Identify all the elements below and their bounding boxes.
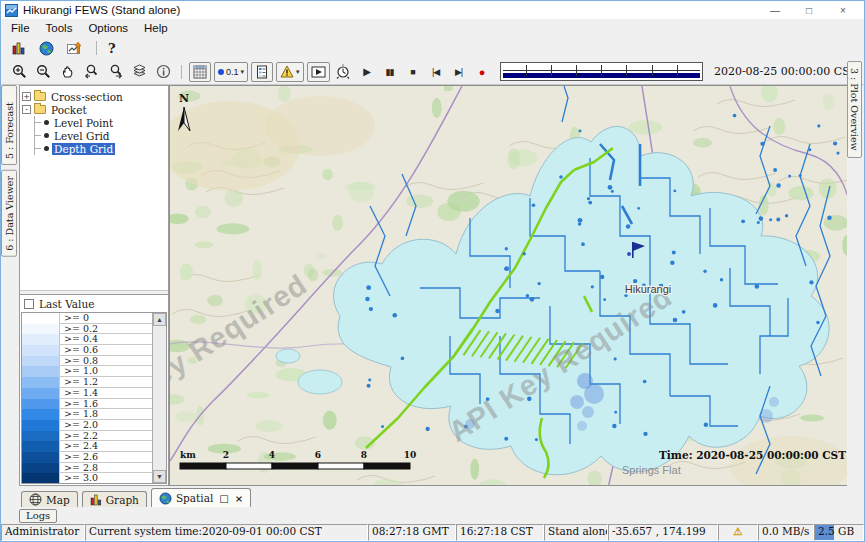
legend-color-swatch — [22, 366, 60, 377]
tree-leaf-level-grid[interactable]: Level Grid — [35, 129, 166, 142]
pan-hand-icon — [60, 64, 75, 79]
movie-export-button[interactable] — [307, 62, 330, 82]
step-back-button[interactable]: |◀ — [426, 67, 446, 77]
tab-map[interactable]: Map — [21, 491, 78, 507]
maximize-button[interactable]: □ — [792, 5, 826, 16]
last-value-row: Last Value — [20, 295, 168, 312]
time-slider[interactable] — [500, 62, 703, 81]
tree-node-cross-section[interactable]: + Cross-section — [22, 90, 166, 103]
folder-open-icon — [34, 105, 46, 114]
warnings-dropdown[interactable]: ▾ — [276, 62, 304, 82]
tab-forecast[interactable]: 5 : Forecast — [1, 85, 17, 165]
point-size-value: 0.1 — [226, 67, 239, 77]
tree-node-label[interactable]: Pocket — [49, 104, 89, 116]
stop-button[interactable]: ■ — [403, 67, 423, 77]
tab-plot-overview[interactable]: 3 : Plot Overview — [847, 61, 862, 158]
legend-color-swatch — [22, 399, 60, 410]
scroll-up-icon[interactable]: ▲ — [153, 313, 166, 326]
legend-color-swatch — [22, 324, 60, 335]
bottom-tab-bar: Map Graph Spatial □ × — [1, 486, 864, 507]
layers-button[interactable] — [129, 62, 150, 82]
tree-leaf-depth-grid-selected[interactable]: Depth Grid — [35, 142, 166, 155]
status-system-time: Current system time:2020-09-01 00:00 CST — [85, 524, 368, 541]
legend-color-swatch — [22, 452, 60, 463]
pause-button[interactable]: ▮▮ — [380, 67, 400, 77]
point-size-dropdown[interactable]: 0.1 ▾ — [214, 62, 248, 82]
menu-item[interactable]: Tools — [38, 22, 81, 34]
tab-data-viewer[interactable]: 6 : Data Viewer — [1, 170, 17, 257]
legend-row[interactable]: >= 2.0 — [22, 420, 152, 431]
record-button[interactable]: ● — [472, 66, 492, 78]
legend-row[interactable]: >= 3.0 — [22, 473, 152, 483]
legend-color-swatch — [22, 420, 60, 431]
zoom-in-button[interactable] — [9, 62, 30, 82]
status-gmt-time: 08:27:18 GMT — [368, 524, 456, 541]
grid-display-button[interactable] — [189, 62, 211, 82]
close-button[interactable]: × — [826, 5, 860, 16]
tree-node-pocket[interactable]: - Pocket — [22, 103, 166, 116]
tab-maximize-icon[interactable]: □ — [219, 493, 228, 504]
map-viewport[interactable]: API Key Required API Key Required Hikura… — [169, 85, 847, 486]
pan-button[interactable] — [57, 62, 78, 82]
status-mode: Stand alone — [544, 524, 608, 541]
main-toolbar: ? — [1, 37, 864, 59]
collapse-icon[interactable]: - — [22, 105, 31, 114]
zoom-previous-button[interactable] — [81, 62, 102, 82]
map-canvas[interactable]: API Key Required API Key Required Hikura… — [170, 86, 847, 486]
status-coordinates: -35.657 , 174.199 — [608, 524, 718, 541]
menu-item[interactable]: File — [3, 22, 38, 34]
logs-row: Logs — [1, 507, 864, 524]
menu-item[interactable]: Help — [136, 22, 176, 34]
grid-icon — [193, 65, 207, 79]
legend-threshold-label: >= 1.4 — [60, 388, 152, 399]
tree-node-label[interactable]: Cross-section — [49, 91, 125, 103]
bullet-icon — [44, 120, 49, 125]
toolbar-separator — [181, 65, 182, 79]
minimize-button[interactable]: — — [758, 5, 792, 16]
svg-text:km: km — [180, 450, 196, 460]
chevron-down-icon: ▾ — [296, 68, 300, 76]
tab-spatial[interactable]: Spatial □ × — [151, 488, 251, 507]
tree-connector — [35, 135, 41, 136]
database-explorer-button[interactable] — [8, 38, 29, 58]
play-button[interactable]: ▶ — [357, 66, 377, 77]
tree-leaf-label[interactable]: Level Point — [52, 117, 115, 129]
tab-graph[interactable]: Graph — [82, 491, 147, 507]
point-icon — [218, 69, 224, 75]
legend-color-swatch — [22, 313, 60, 324]
map-label-springs-flat: Springs Flat — [622, 464, 681, 476]
tab-graph-label: Graph — [106, 494, 139, 506]
zoom-next-icon — [108, 64, 123, 79]
last-value-checkbox[interactable] — [24, 299, 34, 309]
legend-color-swatch — [22, 409, 60, 420]
animation-settings-button[interactable] — [333, 62, 354, 82]
logs-button[interactable]: Logs — [19, 509, 57, 523]
legend-list: >= 0 >= 0.2 >= 0.4 >= 0.6 >= 0.8 — [22, 313, 152, 483]
zoom-next-button[interactable] — [105, 62, 126, 82]
expand-icon[interactable]: + — [22, 92, 31, 101]
menu-item[interactable]: Options — [80, 22, 136, 34]
tab-close-icon[interactable]: × — [235, 493, 243, 504]
zoom-out-button[interactable] — [33, 62, 54, 82]
info-button[interactable] — [153, 62, 174, 82]
tree-leaf-label-selected[interactable]: Depth Grid — [52, 143, 115, 155]
tree-leaf-level-point[interactable]: Level Point — [35, 116, 166, 129]
legend-row[interactable]: >= 1.4 — [22, 388, 152, 399]
map-label-hikurangi: Hikurangi — [625, 283, 671, 295]
step-forward-button[interactable]: ▶| — [449, 67, 469, 77]
title-bar[interactable]: Hikurangi FEWS (Stand alone) — □ × — [1, 1, 864, 19]
app-icon — [5, 4, 18, 17]
legend-color-swatch — [22, 356, 60, 367]
legend-scrollbar[interactable]: ▲ ▼ — [152, 313, 166, 483]
map-toolbar: 0.1 ▾ ▾ — [1, 59, 864, 85]
tab-spatial-label: Spatial — [176, 492, 213, 504]
help-button[interactable]: ? — [108, 41, 116, 56]
svg-text:4: 4 — [269, 450, 275, 460]
scroll-down-icon[interactable]: ▼ — [153, 470, 166, 483]
legend-toggle-button[interactable] — [251, 62, 273, 82]
map-display-button[interactable] — [36, 38, 57, 58]
app-window: Hikurangi FEWS (Stand alone) — □ × FileT… — [0, 0, 865, 542]
tree-leaf-label[interactable]: Level Grid — [52, 130, 112, 142]
timeseries-dialog-button[interactable] — [64, 38, 85, 58]
status-memory-usage: 2.5 GB — [814, 524, 864, 541]
